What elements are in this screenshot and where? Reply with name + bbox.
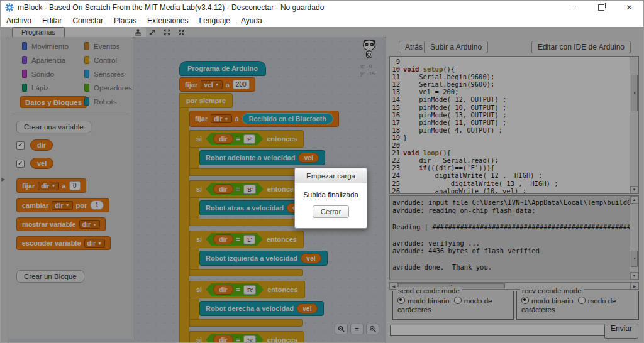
upload-dialog: Empezar carga Subida finalizada Cerrar bbox=[294, 168, 367, 229]
window-title: mBlock - Based On Scratch From the MIT M… bbox=[18, 3, 558, 12]
menu-conectar[interactable]: Conectar bbox=[72, 16, 103, 25]
minimize-icon bbox=[570, 7, 576, 8]
menu-extensiones[interactable]: Extensiones bbox=[147, 16, 188, 25]
menu-placas[interactable]: Placas bbox=[114, 16, 136, 25]
menu-archivo[interactable]: Archivo bbox=[6, 16, 31, 25]
mblock-window: mBlock - Based On Scratch From the MIT M… bbox=[0, 0, 644, 343]
dialog-message: Subida finalizada bbox=[295, 191, 367, 199]
menu-editar[interactable]: Editar bbox=[42, 16, 62, 25]
dialog-close-button[interactable]: Cerrar bbox=[313, 205, 350, 218]
menu-bar: ArchivoEditarConectarPlacasExtensionesLe… bbox=[1, 14, 643, 28]
restore-icon bbox=[598, 4, 604, 11]
title-bar: mBlock - Based On Scratch From the MIT M… bbox=[1, 1, 643, 14]
restore-button[interactable] bbox=[587, 1, 615, 14]
close-icon: ✕ bbox=[626, 3, 632, 12]
main-content: Programas ▶ MovimientoAparienciaSonidoLá… bbox=[1, 27, 643, 342]
mblock-logo-icon bbox=[5, 3, 14, 12]
dialog-title: Empezar carga bbox=[295, 168, 367, 183]
menu-ayuda[interactable]: Ayuda bbox=[241, 16, 262, 25]
menu-lenguaje[interactable]: Lenguaje bbox=[199, 16, 230, 25]
close-button[interactable]: ✕ bbox=[615, 1, 643, 14]
minimize-button[interactable] bbox=[558, 1, 587, 14]
